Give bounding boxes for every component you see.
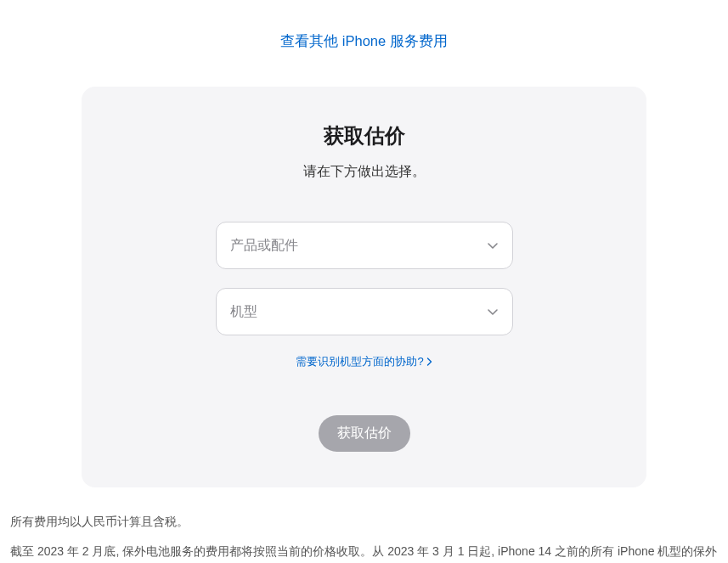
footer-notes: 所有费用均以人民币计算且含税。 截至 2023 年 2 月底, 保外电池服务的费… — [0, 511, 728, 563]
footer-line-1: 所有费用均以人民币计算且含税。 — [10, 511, 718, 532]
chevron-down-icon — [487, 306, 499, 318]
model-select-wrapper: 机型 — [216, 288, 513, 335]
product-select-placeholder: 产品或配件 — [230, 237, 298, 255]
card-title: 获取估价 — [116, 122, 612, 149]
model-select-placeholder: 机型 — [230, 303, 257, 321]
footer-line-2-text: 截至 2023 年 2 月底, 保外电池服务的费用都将按照当前的价格收取。从 2… — [10, 544, 717, 564]
product-select-wrapper: 产品或配件 — [216, 222, 513, 269]
chevron-right-icon — [426, 358, 432, 366]
model-help-link[interactable]: 需要识别机型方面的协助? — [116, 354, 612, 369]
footer-line-2: 截至 2023 年 2 月底, 保外电池服务的费用都将按照当前的价格收取。从 2… — [10, 541, 718, 564]
estimate-card: 获取估价 请在下方做出选择。 产品或配件 机型 需要识别机型方面的协助? — [82, 87, 646, 487]
page-container: 查看其他 iPhone 服务费用 获取估价 请在下方做出选择。 产品或配件 机型… — [0, 0, 728, 563]
get-estimate-button[interactable]: 获取估价 — [319, 415, 410, 452]
product-select[interactable]: 产品或配件 — [216, 222, 513, 269]
model-select[interactable]: 机型 — [216, 288, 513, 335]
help-link-text: 需要识别机型方面的协助? — [296, 354, 423, 369]
card-subtitle: 请在下方做出选择。 — [116, 163, 612, 181]
chevron-down-icon — [487, 239, 499, 251]
other-services-link[interactable]: 查看其他 iPhone 服务费用 — [0, 32, 728, 51]
